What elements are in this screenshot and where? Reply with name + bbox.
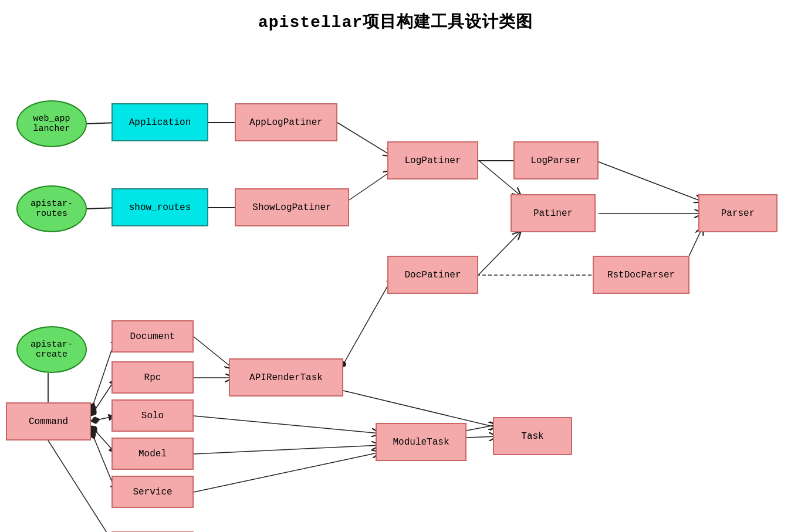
svg-line-10 — [478, 231, 521, 275]
svg-line-28 — [194, 416, 380, 433]
svg-line-23 — [48, 440, 116, 532]
svg-line-8 — [349, 171, 392, 200]
node-command: Command — [6, 402, 91, 440]
svg-line-31 — [343, 391, 498, 428]
node-solo: Solo — [111, 399, 194, 432]
node-service: Service — [111, 476, 194, 508]
node-task: Task — [493, 417, 572, 455]
node-apistar-routes: apistar-routes — [16, 185, 87, 232]
svg-line-12 — [596, 161, 703, 202]
node-logparser: LogParser — [513, 141, 599, 179]
node-parser: Parser — [698, 194, 778, 232]
svg-line-29 — [194, 445, 380, 454]
node-rstdocparser: RstDocParser — [593, 256, 689, 294]
svg-line-24 — [194, 337, 234, 369]
node-logpatiner: LogPatiner — [387, 141, 478, 179]
node-web-app-lancher: web_applancher — [16, 100, 87, 147]
node-show-routes: show_routes — [111, 188, 208, 226]
node-applogpatiner: AppLogPatiner — [235, 103, 337, 141]
svg-line-7 — [337, 123, 392, 156]
node-apistar-create: apistar-create — [16, 326, 87, 373]
node-docpatiner: DocPatiner — [387, 256, 478, 294]
diagram-area: web_applancher apistar-routes apistar-cr… — [0, 39, 791, 532]
node-moduletask: ModuleTask — [376, 423, 467, 461]
diagram-title: apistellar项目构建工具设计类图 — [0, 0, 791, 39]
node-model: Model — [111, 438, 194, 470]
node-rpc: Rpc — [111, 361, 194, 394]
node-application: Application — [111, 103, 208, 141]
node-apirendertask: APIRenderTask — [229, 358, 343, 397]
node-showlogpatiner: ShowLogPatiner — [235, 188, 349, 226]
svg-line-30 — [194, 452, 380, 492]
svg-line-26 — [343, 276, 393, 364]
node-patiner: Patiner — [511, 194, 596, 232]
node-document: Document — [111, 320, 194, 353]
